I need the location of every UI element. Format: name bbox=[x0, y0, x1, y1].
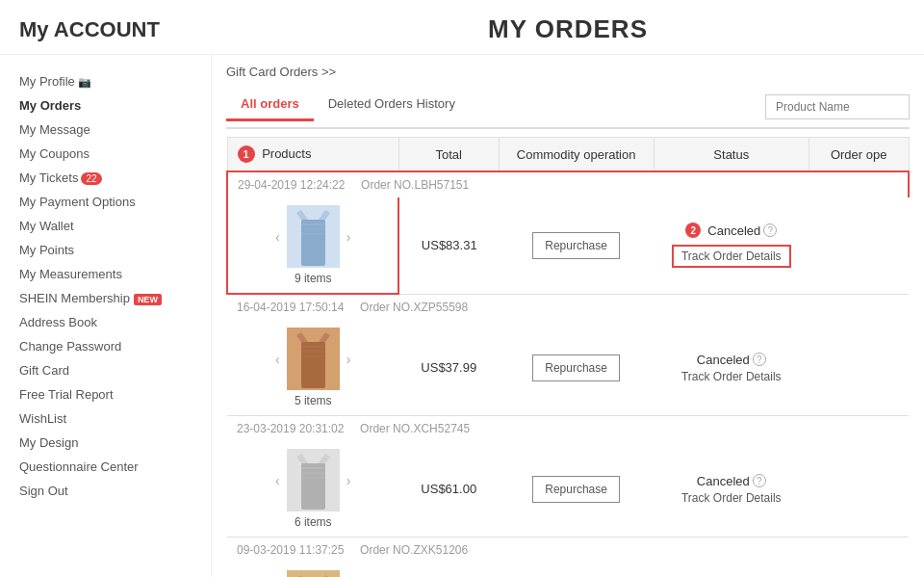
order-date-row: 16-04-2019 17:50:14 Order NO.XZP55598 bbox=[227, 294, 909, 320]
status-canceled: Canceled bbox=[697, 474, 750, 488]
sidebar-item-my-payment[interactable]: My Payment Options bbox=[19, 190, 196, 214]
gift-card-link[interactable]: Gift Card Orders >> bbox=[226, 65, 910, 79]
badge-1: 1 bbox=[238, 145, 255, 163]
account-header: My ACCOUNT bbox=[19, 17, 231, 42]
carousel-prev-btn[interactable]: ‹ bbox=[273, 471, 282, 490]
sidebar-item-my-measurements[interactable]: My Measurements bbox=[19, 262, 196, 286]
product-carousel: ‹ › bbox=[273, 328, 352, 390]
order-date-row: 09-03-2019 11:37:25 Order NO.ZXK51206 bbox=[227, 538, 909, 564]
sidebar-item-my-message[interactable]: My Message bbox=[19, 118, 196, 142]
order-amount: US$83.31 bbox=[422, 238, 477, 252]
track-order-link[interactable]: Track Order Details bbox=[672, 245, 791, 268]
product-thumbnail bbox=[287, 328, 340, 390]
sidebar-item-questionnaire[interactable]: Questionnaire Center bbox=[19, 455, 196, 479]
product-cell: ‹ › 6 items bbox=[237, 449, 389, 529]
repurchase-button[interactable]: Repurchase bbox=[532, 232, 620, 259]
order-date-row: 29-04-2019 12:24:22 Order NO.LBH57151 bbox=[227, 171, 909, 197]
svg-rect-18 bbox=[287, 570, 340, 577]
col-order-op: Order ope bbox=[808, 138, 909, 172]
sidebar-item-my-points[interactable]: My Points bbox=[19, 238, 196, 262]
order-amount: US$61.00 bbox=[421, 482, 476, 496]
repurchase-button[interactable]: Repurchase bbox=[532, 354, 620, 381]
order-tabs: All orders Deleted Orders History bbox=[226, 89, 756, 119]
sidebar-item-my-orders[interactable]: My Orders bbox=[19, 93, 196, 118]
content-area: Gift Card Orders >> All orders Deleted O… bbox=[212, 55, 924, 577]
col-total: Total bbox=[398, 138, 499, 172]
status-canceled: Canceled bbox=[707, 223, 760, 238]
search-container bbox=[765, 94, 910, 119]
tab-all-orders[interactable]: All orders bbox=[226, 89, 314, 121]
sidebar-item-shein-membership[interactable]: SHEIN MembershipNEW bbox=[19, 286, 196, 310]
sidebar-item-address-book[interactable]: Address Book bbox=[19, 310, 196, 334]
sidebar-item-my-profile[interactable]: My Profile 📷 bbox=[19, 69, 196, 93]
col-status: Status bbox=[654, 138, 808, 172]
carousel-prev-btn[interactable]: ‹ bbox=[273, 350, 282, 369]
product-cell: ‹ › 9 items bbox=[238, 205, 388, 285]
product-carousel: ‹ › bbox=[273, 570, 352, 577]
product-cell: ‹ › 5 items bbox=[237, 570, 389, 577]
order-detail-row-order3: ‹ › 6 items US$61.00 Repurchase bbox=[227, 441, 909, 538]
svg-rect-2 bbox=[301, 220, 325, 266]
tab-deleted-orders[interactable]: Deleted Orders History bbox=[314, 89, 470, 121]
order-date-row: 23-03-2019 20:31:02 Order NO.XCH52745 bbox=[227, 416, 909, 442]
order-detail-row-order4: ‹ › 5 items US$51.63 Repurchase bbox=[227, 563, 909, 577]
sidebar-item-my-tickets[interactable]: My Tickets22 bbox=[19, 166, 196, 190]
carousel-next-btn[interactable]: › bbox=[345, 227, 353, 247]
product-carousel: ‹ › bbox=[273, 449, 352, 511]
col-commodity: Commodity operation bbox=[499, 138, 654, 172]
order-date: 23-03-2019 20:31:02 bbox=[237, 422, 344, 435]
order-date: 09-03-2019 11:37:25 bbox=[237, 543, 344, 557]
search-input[interactable] bbox=[765, 94, 910, 119]
sidebar-item-change-password[interactable]: Change Password bbox=[19, 334, 196, 358]
items-count: 6 items bbox=[295, 515, 332, 529]
carousel-next-btn[interactable]: › bbox=[345, 471, 353, 490]
sidebar-item-wishlist[interactable]: WishList bbox=[19, 407, 196, 431]
page-layout: My ACCOUNT MY ORDERS My Profile 📷My Orde… bbox=[0, 0, 924, 577]
order-number: Order NO.XZP55598 bbox=[360, 301, 468, 314]
svg-rect-14 bbox=[301, 463, 325, 510]
help-icon[interactable]: ? bbox=[753, 474, 766, 487]
badge-my-tickets: 22 bbox=[81, 172, 101, 185]
header: My ACCOUNT MY ORDERS bbox=[0, 0, 924, 55]
sidebar-item-sign-out[interactable]: Sign Out bbox=[19, 479, 196, 503]
order-number: Order NO.ZXK51206 bbox=[360, 543, 468, 557]
product-thumbnail bbox=[287, 205, 340, 268]
svg-rect-8 bbox=[301, 342, 325, 388]
repurchase-button[interactable]: Repurchase bbox=[532, 476, 620, 503]
product-thumbnail bbox=[287, 570, 340, 577]
status-block: 2 Canceled ? Track Order Details bbox=[663, 223, 799, 268]
sidebar-item-my-design[interactable]: My Design bbox=[19, 431, 196, 455]
new-badge-shein-membership: NEW bbox=[134, 294, 162, 305]
product-thumbnail bbox=[287, 449, 340, 511]
sidebar-item-free-trial[interactable]: Free Trial Report bbox=[19, 382, 196, 407]
order-date: 29-04-2019 12:24:22 bbox=[238, 178, 345, 192]
order-detail-row-order2: ‹ › 5 items US$37.99 Repurchase bbox=[227, 320, 909, 416]
order-amount: US$37.99 bbox=[421, 360, 476, 375]
sidebar-item-my-coupons[interactable]: My Coupons bbox=[19, 142, 196, 166]
product-carousel: ‹ › bbox=[273, 205, 352, 268]
carousel-prev-btn[interactable]: ‹ bbox=[273, 227, 282, 247]
sidebar: My Profile 📷My OrdersMy MessageMy Coupon… bbox=[0, 55, 212, 577]
sidebar-item-gift-card[interactable]: Gift Card bbox=[19, 358, 196, 382]
items-count: 5 items bbox=[295, 394, 332, 407]
product-cell: ‹ › 5 items bbox=[237, 328, 389, 407]
sidebar-item-my-wallet[interactable]: My Wallet bbox=[19, 214, 196, 238]
items-count: 9 items bbox=[295, 272, 332, 285]
page-title: MY ORDERS bbox=[231, 14, 905, 44]
orders-table: 1 Products Total Commodity operation Sta… bbox=[226, 137, 910, 577]
col-products: Products bbox=[262, 146, 311, 161]
status-block: Canceled ? Track Order Details bbox=[663, 353, 799, 383]
order-number: Order NO.LBH57151 bbox=[361, 178, 469, 192]
carousel-next-btn[interactable]: › bbox=[345, 350, 353, 369]
help-icon[interactable]: ? bbox=[753, 353, 766, 366]
status-block: Canceled ? Track Order Details bbox=[663, 474, 799, 505]
track-order-link[interactable]: Track Order Details bbox=[663, 491, 799, 505]
help-icon[interactable]: ? bbox=[763, 223, 777, 237]
order-date: 16-04-2019 17:50:14 bbox=[237, 301, 344, 314]
badge-2: 2 bbox=[685, 223, 701, 238]
status-canceled: Canceled bbox=[697, 353, 750, 367]
order-detail-row-order1: ‹ › 9 items US$83.31 Repurchase bbox=[227, 197, 909, 294]
track-order-link[interactable]: Track Order Details bbox=[663, 370, 799, 383]
order-number: Order NO.XCH52745 bbox=[360, 422, 470, 435]
main-area: My Profile 📷My OrdersMy MessageMy Coupon… bbox=[0, 55, 924, 577]
